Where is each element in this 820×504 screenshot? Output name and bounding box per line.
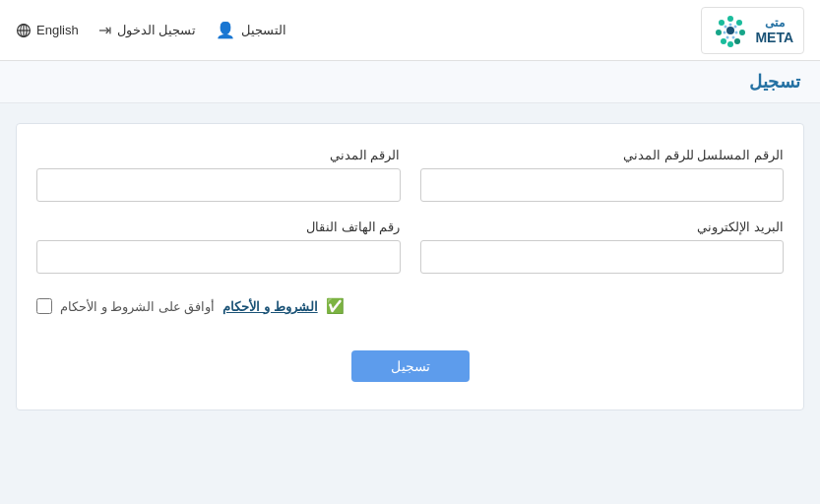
logo-box: متى META [701, 7, 804, 54]
page-title-bar: تسجيل [0, 61, 820, 103]
svg-point-7 [734, 38, 740, 44]
lang-label: English [36, 23, 79, 37]
logo-arabic: متى [765, 16, 785, 30]
header-nav: English تسجيل الدخول ⇥ التسجيل 👤 [16, 21, 286, 39]
phone-input[interactable] [36, 240, 401, 274]
login-icon: ⇥ [98, 21, 111, 39]
svg-point-9 [721, 38, 726, 44]
login-label: تسجيل الدخول [117, 23, 197, 37]
terms-row: ✅ الشروط و الأحكام أوافق على الشروط و ال… [36, 291, 784, 321]
register-label: التسجيل [241, 23, 286, 37]
civil-id-input[interactable] [36, 168, 401, 202]
main-content: الرقم المسلسل للرقم المدني الرقم المدني … [0, 103, 820, 430]
form-row-2: البريد الإلكتروني رقم الهاتف النقال [36, 220, 784, 274]
login-link[interactable]: تسجيل الدخول ⇥ [98, 21, 197, 39]
meta-logo-dots [712, 12, 749, 49]
civil-id-serial-input[interactable] [420, 168, 785, 202]
page-title: تسجيل [749, 72, 800, 92]
svg-point-10 [716, 30, 722, 35]
terms-link[interactable]: الشروط و الأحكام [222, 299, 317, 314]
svg-point-8 [727, 41, 733, 47]
civil-id-serial-group: الرقم المسلسل للرقم المدني [420, 148, 785, 202]
svg-point-19 [725, 25, 727, 28]
phone-group: رقم الهاتف النقال [36, 220, 401, 274]
phone-label: رقم الهاتف النقال [36, 220, 401, 234]
globe-icon [16, 23, 32, 38]
header: English تسجيل الدخول ⇥ التسجيل 👤 [0, 0, 820, 61]
civil-id-group: الرقم المدني [36, 148, 401, 202]
svg-point-11 [719, 20, 725, 26]
email-group: البريد الإلكتروني [420, 220, 785, 274]
svg-point-12 [726, 27, 734, 34]
register-link[interactable]: التسجيل 👤 [216, 21, 286, 39]
logo-meta: META [755, 30, 793, 45]
svg-point-13 [729, 23, 732, 26]
svg-point-16 [732, 35, 735, 38]
svg-point-6 [739, 30, 745, 35]
svg-point-18 [724, 31, 726, 33]
svg-point-17 [726, 35, 729, 38]
submit-button[interactable]: تسجيل [351, 350, 470, 382]
terms-text: أوافق على الشروط و الأحكام [60, 299, 215, 314]
svg-point-15 [735, 31, 738, 33]
form-row-1: الرقم المسلسل للرقم المدني الرقم المدني [36, 148, 784, 202]
checkmark-icon: ✅ [326, 297, 345, 315]
civil-id-label: الرقم المدني [36, 148, 401, 162]
email-label: البريد الإلكتروني [420, 220, 785, 234]
spacer [0, 430, 820, 504]
svg-point-4 [727, 16, 733, 22]
submit-row: تسجيل [36, 341, 784, 386]
registration-form-card: الرقم المسلسل للرقم المدني الرقم المدني … [16, 123, 804, 410]
language-button[interactable]: English [16, 23, 79, 38]
civil-id-serial-label: الرقم المسلسل للرقم المدني [420, 148, 785, 162]
terms-checkbox[interactable] [36, 298, 52, 314]
user-plus-icon: 👤 [216, 21, 235, 39]
email-input[interactable] [420, 240, 785, 274]
svg-point-14 [734, 25, 737, 28]
logo-area: متى META [701, 7, 804, 54]
svg-point-5 [736, 20, 742, 26]
